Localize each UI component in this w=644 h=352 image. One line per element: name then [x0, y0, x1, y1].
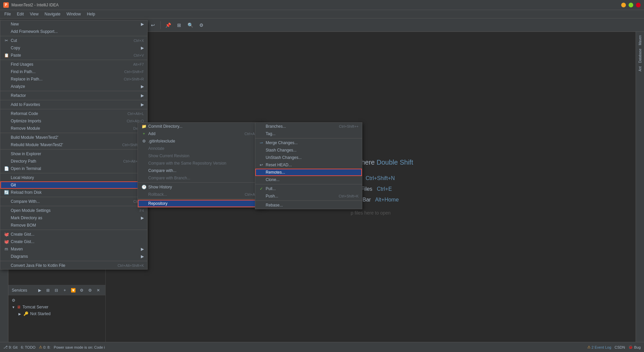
- services-gear-icon: ⚙: [12, 298, 15, 303]
- maximize-button[interactable]: [629, 3, 633, 7]
- cm-repo-remotes[interactable]: Remotes...: [255, 169, 362, 176]
- cm-convert-kotlin[interactable]: Convert Java File to Kotlin File Ctrl+Al…: [0, 262, 147, 269]
- cm-maven[interactable]: m Maven ▶: [0, 245, 147, 253]
- cm-new[interactable]: New ▶: [0, 20, 147, 28]
- cm-create-gist-1[interactable]: 🐙 Create Gist...: [0, 231, 147, 238]
- cm-repo-merge[interactable]: ⇀ Merge Changes...: [255, 139, 362, 146]
- services-collapse-btn[interactable]: ⊟: [53, 287, 60, 294]
- cm-git-commit-dir[interactable]: 📁 Commit Directory...: [138, 123, 265, 130]
- git-undo-button[interactable]: ↩: [148, 20, 158, 30]
- status-event-log[interactable]: ⚠ 2 Event Log: [587, 345, 611, 349]
- services-filter-btn[interactable]: 🔽: [69, 287, 77, 294]
- cm-build-module[interactable]: Build Module 'MavenTest2': [0, 134, 147, 141]
- search-button[interactable]: 🔍: [185, 20, 195, 30]
- cm-add-framework[interactable]: Add Framework Support...: [0, 28, 147, 35]
- title-text: MavenTest2 - IntelliJ IDEA: [11, 3, 59, 7]
- cm-remove-module[interactable]: Remove Module Delete: [0, 125, 147, 132]
- cm-module-settings[interactable]: Open Module Settings F4: [0, 207, 147, 214]
- cm-repo-tag[interactable]: Tag...: [255, 130, 362, 137]
- status-problems[interactable]: ⚠ 0: 8:: [39, 345, 50, 349]
- layout-button[interactable]: ⊞: [174, 20, 184, 30]
- menu-window[interactable]: Window: [64, 11, 84, 17]
- cm-reformat[interactable]: Reformat Code Ctrl+Alt+L: [0, 110, 147, 117]
- services-not-started[interactable]: ▶ 🔑 Not Started: [8, 310, 105, 317]
- cm-reload-disk[interactable]: 🔄 Reload from Disk: [0, 189, 147, 196]
- minimize-button[interactable]: [621, 3, 626, 7]
- cm-local-history[interactable]: Local History ▶: [0, 174, 147, 181]
- status-csdn[interactable]: CSDN: [614, 345, 625, 349]
- cm-open-terminal-icon: 📄: [4, 166, 9, 171]
- menu-help[interactable]: Help: [84, 11, 98, 17]
- cm-git-rollback: Rollback... Ctrl+Alt+Z: [138, 191, 265, 198]
- services-more-btn[interactable]: ⚙: [86, 287, 94, 294]
- status-event-log-label: 2 Event Log: [592, 345, 611, 349]
- cm-analyze-arrow: ▶: [141, 84, 144, 89]
- services-run-btn[interactable]: ▶: [36, 287, 43, 294]
- status-git[interactable]: ⎇ 9: Git: [3, 345, 17, 349]
- cm-cut[interactable]: ✂ Cut Ctrl+X: [0, 37, 147, 44]
- cm-show-explorer[interactable]: Show in Explorer: [0, 150, 147, 158]
- cm-replace-path[interactable]: Replace in Path... Ctrl+Shift+R: [0, 75, 147, 83]
- sidebar-tab-database[interactable]: Database: [637, 47, 643, 65]
- cm-copy[interactable]: Copy ▶: [0, 44, 147, 52]
- services-notstarted-arrow: ▶: [18, 312, 22, 316]
- cm-sep-11: [0, 230, 147, 230]
- menu-file[interactable]: File: [2, 11, 13, 17]
- cm-remove-bom[interactable]: Remove BOM: [0, 222, 147, 229]
- cm-repo-sep-1: [255, 138, 362, 138]
- cm-repo-stash[interactable]: Stash Changes...: [255, 146, 362, 154]
- cm-compare-with[interactable]: Compare With... Ctrl+D: [0, 198, 147, 205]
- cm-repo-reset-head[interactable]: ↩ Reset HEAD...: [255, 161, 362, 169]
- cm-repo-rebase[interactable]: Rebase...: [255, 201, 362, 209]
- cm-find-path[interactable]: Find in Path... Ctrl+Shift+F: [0, 68, 147, 75]
- status-problems-icon: ⚠: [39, 345, 42, 349]
- cm-create-gist-2-icon: 🐙: [4, 239, 9, 244]
- settings-button[interactable]: ⚙: [197, 20, 206, 30]
- close-button[interactable]: [636, 3, 641, 7]
- cm-open-terminal[interactable]: 📄 Open in Terminal: [0, 165, 147, 172]
- cm-sep-6: [0, 133, 147, 133]
- cm-repo-pull[interactable]: ✓ Pull...: [255, 185, 362, 192]
- cm-paste-icon: 📋: [4, 53, 9, 58]
- cm-refactor[interactable]: Refactor ▶: [0, 92, 147, 99]
- cm-repo-unstash[interactable]: UnStash Changes...: [255, 154, 362, 161]
- cm-git-repository[interactable]: Repository ▶: [138, 200, 265, 207]
- cm-sep-1: [0, 36, 147, 36]
- cm-analyze[interactable]: Analyze ▶: [0, 83, 147, 90]
- cm-paste[interactable]: 📋 Paste Ctrl+V: [0, 52, 147, 59]
- cm-repo-clone[interactable]: Clone...: [255, 176, 362, 183]
- menu-edit[interactable]: Edit: [14, 11, 26, 17]
- services-panel: Services ▶ ⊞ ⊟ + 🔽 ⚙ ⚙ ✕ ⚙ ▼ 🖥 Tomcat Se…: [8, 285, 106, 342]
- cm-git-compare-with[interactable]: Compare with...: [138, 167, 265, 174]
- cm-sep-8: [0, 173, 147, 173]
- services-add-btn[interactable]: +: [61, 287, 68, 294]
- cm-mark-dir[interactable]: Mark Directory as ▶: [0, 214, 147, 222]
- cm-repo-branches[interactable]: Branches... Ctrl+Shift++: [255, 123, 362, 130]
- status-bug[interactable]: 🐞 Bug: [628, 345, 641, 349]
- sidebar-tab-maven[interactable]: Maven: [637, 34, 643, 47]
- services-tomcat-server[interactable]: ▼ 🖥 Tomcat Server: [8, 304, 105, 310]
- cm-create-gist-1-icon: 🐙: [4, 232, 9, 237]
- status-todo[interactable]: 6: TODO: [21, 345, 36, 349]
- cm-git[interactable]: Git ▶: [0, 181, 147, 189]
- services-settings-btn[interactable]: ⚙: [78, 287, 85, 294]
- cm-git-gitinfo[interactable]: ⚙ .gitinfo/exclude: [138, 137, 265, 145]
- services-close-btn[interactable]: ✕: [95, 287, 102, 294]
- cm-repo-push[interactable]: Push... Ctrl+Shift+K: [255, 192, 362, 200]
- cm-add-favorites[interactable]: Add to Favorites ▶: [0, 101, 147, 108]
- cm-find-usages[interactable]: Find Usages Alt+F7: [0, 61, 147, 68]
- cm-rebuild-module[interactable]: Rebuild Module 'MavenTest2' Ctrl+Shift+F…: [0, 141, 147, 149]
- services-expand-btn[interactable]: ⊞: [44, 287, 52, 294]
- cm-git-add[interactable]: + Add Ctrl+Alt+A: [138, 130, 265, 137]
- cm-optimize[interactable]: Optimize Imports Ctrl+Alt+O: [0, 117, 147, 125]
- cm-git-show-history[interactable]: 🕐 Show History: [138, 183, 265, 191]
- services-gear-item[interactable]: ⚙: [8, 297, 105, 304]
- menu-navigate[interactable]: Navigate: [42, 11, 63, 17]
- bookmark-button[interactable]: 📌: [163, 20, 173, 30]
- sidebar-tab-ant[interactable]: Ant: [637, 65, 643, 73]
- cm-create-gist-2[interactable]: 🐙 Create Gist...: [0, 238, 147, 245]
- cm-dir-path[interactable]: Directory Path Ctrl+Alt+F12: [0, 158, 147, 165]
- cm-diagrams[interactable]: Diagrams ▶: [0, 253, 147, 260]
- menu-view[interactable]: View: [27, 11, 41, 17]
- status-event-log-icon: ⚠: [587, 345, 591, 349]
